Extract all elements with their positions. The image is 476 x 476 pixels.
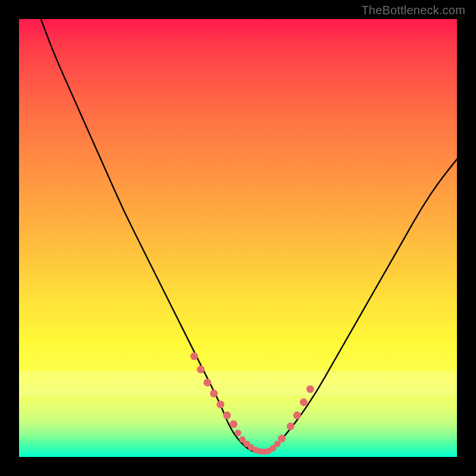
marker-dot [287,422,295,430]
highlight-band [19,371,457,395]
marker-dot [306,385,314,393]
marker-dot [235,430,242,436]
marker-dot [243,440,250,447]
marker-dot [256,448,263,455]
marker-dot [210,390,218,397]
marker-dot [261,449,268,455]
highlight-dots [190,352,314,455]
chart-frame: TheBottleneck.com [0,0,476,476]
marker-dot [230,420,237,428]
marker-dot [248,444,255,450]
marker-dot [197,365,205,373]
marker-dot [293,412,301,419]
marker-dot [190,352,198,360]
marker-dot [203,378,211,386]
marker-dot [278,435,286,443]
curve-layer [19,19,457,457]
plot-area [19,19,457,457]
marker-dot [274,440,281,447]
marker-dot [300,399,308,406]
marker-dot [270,445,276,452]
marker-dot [265,447,272,454]
marker-dot [217,400,224,408]
watermark-text: TheBottleneck.com [361,4,465,17]
marker-dot [223,412,231,419]
marker-dot [239,436,246,443]
bottleneck-curve [41,19,457,453]
marker-dot [252,447,259,453]
